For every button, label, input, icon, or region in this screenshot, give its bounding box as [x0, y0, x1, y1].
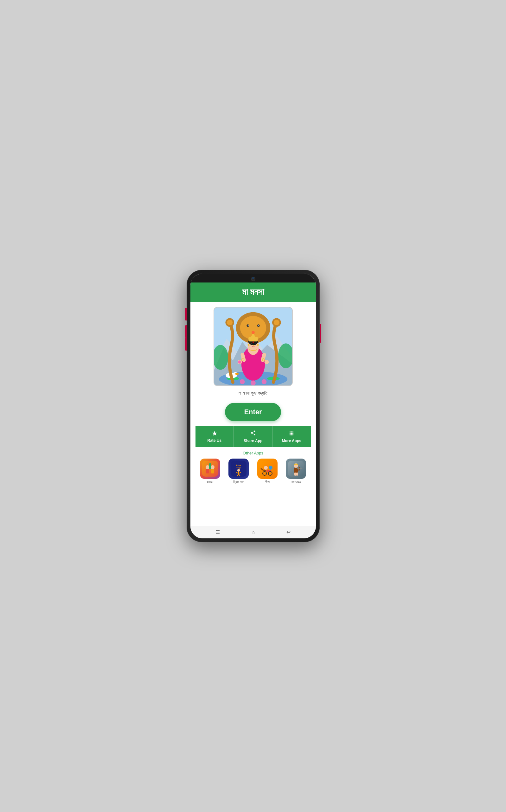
app-content: মা মনসা পুজা পদ্ধতি Enter ★ Rate Us Shar… [190, 302, 316, 526]
nav-bar: ☰ ⌂ ↩ [190, 526, 316, 538]
svg-point-28 [250, 343, 253, 345]
app-header: মা মনসা [190, 283, 316, 302]
menu-button[interactable]: ☰ [216, 529, 220, 535]
divider-right [266, 453, 309, 453]
more-apps-label: More Apps [282, 439, 301, 443]
svg-point-49 [211, 465, 215, 469]
svg-point-35 [257, 344, 259, 346]
svg-rect-25 [248, 337, 258, 341]
apps-grid: রামায়ন Kriya Yoga [197, 459, 310, 484]
star-icon: ★ [212, 430, 217, 437]
more-apps-button[interactable]: More Apps [272, 426, 311, 447]
svg-point-45 [251, 380, 256, 385]
ramayana-icon [200, 459, 220, 479]
gita-label: গীতা [265, 480, 270, 484]
svg-rect-67 [294, 473, 296, 476]
svg-point-34 [247, 344, 249, 346]
phone-frame: মা মনসা [187, 270, 320, 542]
mahabharat-icon [286, 459, 306, 479]
other-apps-label: Other Apps [243, 451, 263, 455]
svg-point-27 [252, 331, 255, 334]
svg-point-19 [247, 325, 248, 326]
svg-point-31 [254, 343, 255, 344]
svg-point-39 [238, 361, 241, 364]
share-app-button[interactable]: Share App [234, 426, 272, 447]
back-button[interactable]: ↩ [286, 529, 290, 535]
mahabharat-label: মহাভারত [291, 480, 301, 484]
app-mahabharat[interactable]: মহাভারত [286, 459, 306, 484]
svg-rect-68 [296, 473, 298, 476]
other-apps-header: Other Apps [197, 451, 310, 455]
app-title: মা মনসা [195, 287, 311, 297]
svg-point-14 [273, 319, 279, 325]
svg-point-55 [237, 469, 240, 472]
camera-dot [252, 277, 254, 279]
ramayana-label: রামায়ন [206, 480, 213, 484]
svg-point-44 [261, 379, 266, 384]
svg-point-47 [205, 465, 209, 469]
svg-text:Kriya: Kriya [236, 464, 241, 466]
deity-subtitle: মা মনসা পুজা পদ্ধতি [239, 390, 267, 397]
enter-button[interactable]: Enter [225, 403, 281, 421]
svg-rect-50 [211, 469, 214, 474]
rate-us-button[interactable]: ★ Rate Us [195, 426, 234, 447]
home-button[interactable]: ⌂ [252, 529, 255, 535]
other-apps-section: Other Apps [195, 451, 311, 484]
svg-point-20 [258, 325, 259, 326]
svg-point-32 [253, 341, 254, 343]
camera-notch [251, 277, 255, 281]
deity-image [214, 307, 293, 386]
svg-point-57 [264, 466, 268, 470]
divider-left [197, 453, 240, 453]
svg-rect-51 [209, 463, 211, 469]
svg-point-58 [269, 466, 272, 470]
svg-point-30 [252, 343, 252, 344]
yoga-label: ক্রিয়া যোগ [233, 480, 244, 484]
notch-bar [190, 274, 316, 283]
svg-text:Yoga: Yoga [236, 467, 241, 469]
svg-point-33 [253, 345, 254, 346]
svg-point-8 [235, 373, 239, 375]
svg-rect-48 [206, 469, 209, 474]
action-buttons-group: ★ Rate Us Share App [195, 426, 311, 447]
share-icon [250, 430, 256, 437]
svg-point-29 [253, 343, 256, 345]
svg-point-12 [227, 319, 233, 325]
app-ramayana[interactable]: রামায়ন [200, 459, 220, 484]
grid-icon [289, 430, 294, 437]
svg-point-43 [240, 379, 245, 384]
rate-us-label: Rate Us [207, 438, 222, 443]
phone-screen: মা মনসা [190, 274, 316, 538]
yoga-icon: Kriya Yoga [229, 459, 249, 479]
gita-icon [257, 459, 277, 479]
app-gita[interactable]: গীতা [257, 459, 277, 484]
app-kriya-yoga[interactable]: Kriya Yoga ক্রিয়া যোগ [229, 459, 249, 484]
svg-point-40 [264, 360, 269, 364]
share-app-label: Share App [244, 439, 263, 443]
